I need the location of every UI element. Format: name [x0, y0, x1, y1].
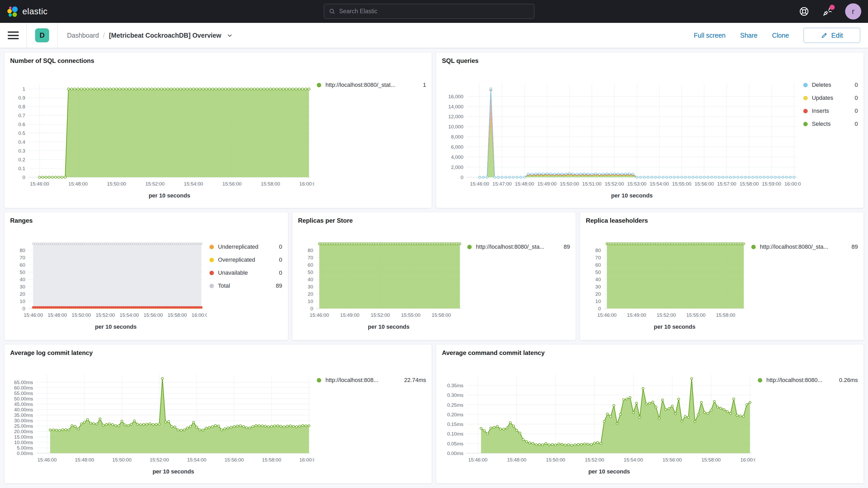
- svg-text:10: 10: [595, 299, 601, 304]
- svg-text:0.5: 0.5: [19, 130, 25, 136]
- svg-text:15:58:00: 15:58:00: [740, 181, 759, 187]
- legend-item[interactable]: http://localhost:8080/_sta...89: [751, 243, 858, 250]
- svg-text:0.00ms: 0.00ms: [17, 451, 33, 456]
- svg-text:45.00ms: 45.00ms: [14, 401, 33, 407]
- chart-plot[interactable]: 15:46:0015:48:0015:50:0015:52:0015:54:00…: [10, 81, 314, 189]
- panel-ranges[interactable]: Ranges 15:46:0015:48:0015:50:0015:52:001…: [4, 212, 288, 340]
- panel-replica-leaseholders[interactable]: Replica leaseholders 15:46:0015:49:0015:…: [580, 212, 864, 340]
- legend-item[interactable]: Inserts0: [803, 108, 858, 114]
- svg-text:15:52:00: 15:52:00: [585, 457, 604, 462]
- chart-plot[interactable]: 15:46:0015:48:0015:50:0015:52:0015:54:00…: [10, 238, 207, 321]
- menu-icon[interactable]: [8, 31, 19, 39]
- svg-text:0.1: 0.1: [19, 166, 25, 171]
- chart-plot[interactable]: 15:46:0015:49:0015:52:0015:55:0015:58:00…: [298, 238, 465, 321]
- chart-legend: Deletes0Updates0Inserts0Selects0: [801, 65, 858, 205]
- clone-button[interactable]: Clone: [772, 32, 789, 39]
- panel-sql-queries[interactable]: SQL queries 15:46:0015:47:0015:48:0015:4…: [436, 53, 864, 208]
- chart-plot[interactable]: 15:46:0015:47:0015:48:0015:49:0015:50:00…: [442, 81, 801, 189]
- plot-column: 15:46:0015:49:0015:52:0015:55:0015:58:00…: [586, 225, 749, 337]
- chart-plot[interactable]: 15:46:0015:48:0015:50:0015:52:0015:54:00…: [442, 372, 755, 465]
- legend-label: Selects: [812, 121, 850, 127]
- svg-text:10,000: 10,000: [448, 124, 463, 129]
- page-title: [Metricbeat CockroachDB] Overview: [109, 32, 221, 39]
- plot-column: 15:46:0015:48:0015:50:0015:52:0015:54:00…: [442, 358, 755, 480]
- legend-item[interactable]: http://localhost:8080...0.26ms: [758, 377, 858, 384]
- legend-item[interactable]: http://localhost:808...22.74ms: [317, 377, 426, 384]
- svg-text:15:56:00: 15:56:00: [144, 312, 163, 318]
- chart-canvas: 15:46:0015:48:0015:50:0015:52:0015:54:00…: [10, 81, 314, 189]
- breadcrumb-dashboard[interactable]: Dashboard: [67, 32, 99, 39]
- legend-item[interactable]: Deletes0: [803, 82, 858, 88]
- share-button[interactable]: Share: [740, 32, 757, 39]
- svg-text:15:55:00: 15:55:00: [686, 312, 706, 318]
- svg-text:0.3: 0.3: [19, 148, 25, 154]
- svg-text:30: 30: [308, 284, 313, 289]
- edit-button[interactable]: Edit: [804, 28, 860, 43]
- full-screen-button[interactable]: Full screen: [694, 32, 725, 39]
- svg-text:50: 50: [20, 270, 25, 275]
- svg-text:15:52:00: 15:52:00: [605, 181, 624, 187]
- panel-avg-log-commit-latency[interactable]: Average log commit latency 15:46:0015:48…: [4, 344, 432, 483]
- legend-color-dot: [803, 122, 808, 126]
- svg-text:15:55:00: 15:55:00: [401, 312, 420, 318]
- svg-text:15:50:00: 15:50:00: [112, 457, 131, 462]
- help-icon[interactable]: [798, 6, 810, 17]
- chart-row: 15:46:0015:49:0015:52:0015:55:0015:58:00…: [586, 225, 858, 337]
- user-avatar[interactable]: r: [845, 3, 861, 20]
- chart-canvas: 15:46:0015:47:0015:48:0015:49:0015:50:00…: [442, 81, 801, 189]
- svg-text:15:50:00: 15:50:00: [560, 181, 579, 187]
- space-avatar[interactable]: D: [35, 28, 49, 42]
- legend-item[interactable]: Total89: [210, 282, 282, 289]
- svg-text:15:58:00: 15:58:00: [262, 457, 281, 462]
- svg-text:6,000: 6,000: [451, 144, 464, 150]
- legend-item[interactable]: Selects0: [803, 121, 858, 127]
- panel-replicas-per-store[interactable]: Replicas per Store 15:46:0015:49:0015:52…: [292, 212, 576, 340]
- dashboard-toolbar: D Dashboard / [Metricbeat CockroachDB] O…: [0, 23, 868, 48]
- legend-color-dot: [210, 271, 214, 275]
- svg-text:15:50:00: 15:50:00: [107, 181, 126, 187]
- svg-text:0.35ms: 0.35ms: [447, 383, 463, 388]
- chart-row: 15:46:0015:48:0015:50:0015:52:0015:54:00…: [10, 225, 282, 337]
- newsfeed-icon[interactable]: [822, 6, 833, 17]
- chart-row: 15:46:0015:48:0015:50:0015:52:0015:54:00…: [442, 358, 858, 480]
- legend-item[interactable]: Overreplicated0: [210, 256, 282, 263]
- svg-text:80: 80: [20, 248, 25, 253]
- elastic-logo[interactable]: elastic: [7, 5, 48, 18]
- svg-text:80: 80: [308, 248, 313, 253]
- svg-text:1: 1: [22, 86, 25, 92]
- chevron-down-icon[interactable]: [227, 32, 232, 38]
- legend-color-dot: [751, 245, 756, 249]
- svg-text:15:52:00: 15:52:00: [145, 181, 164, 187]
- chart-plot[interactable]: 15:46:0015:49:0015:52:0015:55:0015:58:00…: [586, 238, 749, 321]
- svg-text:60: 60: [20, 262, 25, 268]
- legend-item[interactable]: http://localhost:8080/_stat...1: [317, 82, 426, 88]
- dashboard-container: Number of SQL connections 15:46:0015:48:…: [0, 48, 868, 483]
- svg-text:40: 40: [20, 277, 25, 282]
- svg-text:40.00ms: 40.00ms: [14, 407, 33, 413]
- app-header: elastic Search Elastic r: [0, 0, 868, 23]
- chart-legend: Underreplicated0Overreplicated0Unavailab…: [207, 225, 282, 337]
- global-search[interactable]: Search Elastic: [324, 4, 534, 19]
- panel-avg-command-commit-latency[interactable]: Average command commit latency 15:46:001…: [436, 344, 864, 483]
- panel-sql-connections[interactable]: Number of SQL connections 15:46:0015:48:…: [4, 53, 432, 208]
- legend-item[interactable]: Underreplicated0: [210, 243, 282, 250]
- svg-text:0.4: 0.4: [19, 139, 26, 145]
- legend-item[interactable]: Updates0: [803, 95, 858, 101]
- svg-text:25.00ms: 25.00ms: [14, 423, 33, 429]
- svg-text:16:00:00: 16:00:00: [784, 181, 801, 187]
- legend-label: Total: [218, 282, 272, 289]
- x-axis-caption: per 10 seconds: [316, 324, 461, 330]
- legend-item[interactable]: http://localhost:8080/_sta...89: [467, 243, 570, 250]
- svg-text:15.00ms: 15.00ms: [14, 434, 33, 440]
- svg-text:50: 50: [308, 270, 313, 275]
- svg-text:15:52:00: 15:52:00: [96, 312, 115, 318]
- svg-text:0.05ms: 0.05ms: [447, 441, 463, 447]
- legend-color-dot: [210, 245, 214, 249]
- svg-text:15:46:00: 15:46:00: [468, 457, 488, 462]
- legend-value: 22.74ms: [404, 377, 426, 384]
- plot-column: 15:46:0015:48:0015:50:0015:52:0015:54:00…: [10, 65, 314, 205]
- svg-text:15:49:00: 15:49:00: [340, 312, 360, 318]
- chart-plot[interactable]: 15:46:0015:48:0015:50:0015:52:0015:54:00…: [10, 372, 314, 465]
- svg-text:15:52:00: 15:52:00: [657, 312, 676, 318]
- legend-item[interactable]: Unavailable0: [210, 270, 282, 276]
